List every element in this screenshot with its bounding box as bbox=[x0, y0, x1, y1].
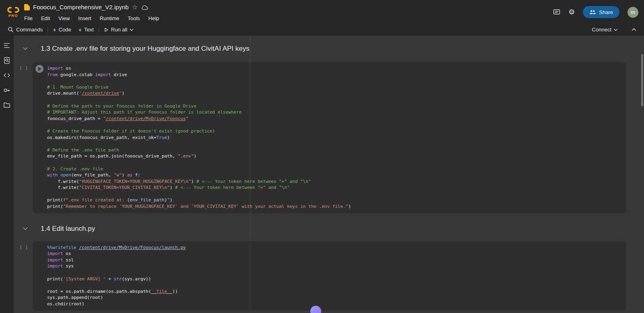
secrets-key-icon[interactable] bbox=[3, 87, 10, 94]
table-of-contents-icon[interactable] bbox=[3, 42, 10, 49]
title-row: Fooocus_Comprehensive_V2.ipynb ☆ bbox=[24, 1, 553, 13]
avatar-letter: m bbox=[631, 9, 635, 15]
share-button[interactable]: Share bbox=[583, 6, 619, 18]
find-in-notebook-icon[interactable] bbox=[3, 57, 10, 64]
menu-item-edit[interactable]: Edit bbox=[41, 15, 50, 21]
app-header: PRO Fooocus_Comprehensive_V2.ipynb ☆ Fil… bbox=[0, 0, 644, 24]
menu-item-runtime[interactable]: Runtime bbox=[100, 15, 119, 21]
people-icon bbox=[589, 10, 596, 15]
run-cell-button[interactable] bbox=[35, 65, 43, 73]
notebook-area: 1.3 Create .env file for storing your Hu… bbox=[14, 35, 644, 313]
plus-icon: + bbox=[78, 27, 82, 33]
files-folder-icon[interactable] bbox=[3, 102, 10, 109]
colab-infinity-icon bbox=[6, 6, 20, 13]
cell-execution-indicator: [ ] bbox=[20, 62, 33, 213]
header-main: Fooocus_Comprehensive_V2.ipynb ☆ File Ed… bbox=[24, 1, 553, 23]
add-text-button[interactable]: + Text bbox=[75, 24, 97, 35]
menu-item-view[interactable]: View bbox=[58, 15, 70, 21]
section-collapse-icon[interactable] bbox=[23, 227, 28, 230]
menu-item-insert[interactable]: Insert bbox=[78, 15, 91, 21]
menu-bar: File Edit View Insert Runtime Tools Help bbox=[24, 13, 553, 23]
section-collapse-icon[interactable] bbox=[23, 47, 28, 50]
run-all-label: Run all bbox=[111, 27, 127, 33]
header-actions: ⚙ Share m bbox=[553, 6, 638, 18]
comments-icon[interactable] bbox=[553, 9, 560, 16]
cloud-saved-icon[interactable] bbox=[141, 4, 148, 10]
left-sidebar bbox=[0, 35, 14, 313]
code-cell[interactable]: %%writefile /content/drive/MyDrive/Foooc… bbox=[33, 241, 626, 311]
share-label: Share bbox=[599, 9, 613, 15]
section-header: 1.3 Create .env file for storing your Hu… bbox=[23, 43, 644, 55]
code-editor[interactable]: import osfrom google.colab import drive … bbox=[47, 65, 623, 210]
pro-badge: PRO bbox=[8, 14, 18, 18]
star-icon[interactable]: ☆ bbox=[132, 4, 138, 10]
add-text-label: Text bbox=[84, 27, 94, 33]
play-icon bbox=[104, 27, 109, 32]
commands-label: Commands bbox=[16, 27, 43, 33]
section-header: 1.4 Edit launch.py bbox=[23, 223, 644, 235]
toolbar-divider bbox=[47, 27, 48, 33]
cell-execution-indicator: [ ] bbox=[20, 241, 33, 311]
connect-label: Connect bbox=[592, 27, 611, 33]
colab-logo[interactable]: PRO bbox=[4, 6, 23, 18]
colab-app: PRO Fooocus_Comprehensive_V2.ipynb ☆ Fil… bbox=[0, 0, 644, 313]
search-icon bbox=[8, 27, 14, 33]
play-icon bbox=[38, 67, 41, 71]
plus-icon: + bbox=[53, 27, 56, 33]
scrollbar-thumb[interactable] bbox=[641, 54, 643, 106]
menu-item-help[interactable]: Help bbox=[149, 15, 159, 21]
notebook-toolbar: Commands + Code + Text Run all bbox=[0, 24, 644, 35]
collapse-toolbar-button[interactable] bbox=[628, 28, 640, 31]
notebook-file-icon bbox=[24, 4, 30, 10]
code-cell[interactable]: import osfrom google.colab import drive … bbox=[33, 62, 626, 213]
toolbar-divider bbox=[99, 27, 99, 33]
settings-gear-icon[interactable]: ⚙ bbox=[568, 8, 575, 16]
run-all-button[interactable]: Run all bbox=[100, 24, 137, 35]
code-cell-row: [ ] %%writefile /content/drive/MyDrive/F… bbox=[20, 241, 626, 311]
code-snippets-icon[interactable] bbox=[3, 72, 10, 79]
caret-down-icon bbox=[614, 29, 618, 31]
code-cell-row: [ ] import osfrom google.colab import dr… bbox=[20, 62, 626, 213]
menu-item-file[interactable]: File bbox=[24, 15, 33, 21]
add-code-label: Code bbox=[59, 27, 71, 33]
account-avatar[interactable]: m bbox=[627, 7, 638, 18]
section-heading[interactable]: 1.3 Create .env file for storing your Hu… bbox=[41, 45, 250, 53]
chevron-up-icon bbox=[632, 28, 636, 31]
notebook-title[interactable]: Fooocus_Comprehensive_V2.ipynb bbox=[33, 4, 129, 10]
section-heading[interactable]: 1.4 Edit launch.py bbox=[41, 225, 95, 233]
content-area: 1.3 Create .env file for storing your Hu… bbox=[0, 35, 644, 313]
commands-button[interactable]: Commands bbox=[4, 24, 46, 35]
menu-item-tools[interactable]: Tools bbox=[128, 15, 140, 21]
connect-button[interactable]: Connect bbox=[588, 27, 621, 33]
caret-down-icon bbox=[130, 29, 134, 31]
add-code-button[interactable]: + Code bbox=[49, 24, 74, 35]
code-editor[interactable]: %%writefile /content/drive/MyDrive/Foooc… bbox=[47, 245, 623, 307]
toolbar-right: Connect bbox=[588, 27, 640, 33]
